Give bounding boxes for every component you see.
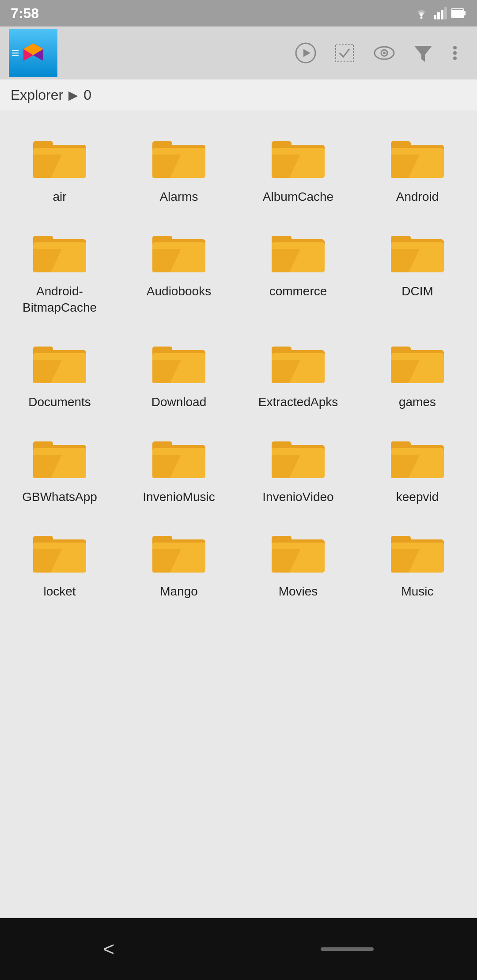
more-button[interactable] [450,42,459,64]
app-bar-actions [66,42,468,64]
folder-name: Alarms [159,189,198,205]
breadcrumb-chevron: ▶ [68,88,78,102]
folder-name: Download [151,394,207,410]
folder-name: DCIM [401,283,433,299]
folder-icon [269,433,327,481]
folder-icon [150,132,208,181]
folder-icon [269,132,327,181]
folder-name: air [53,189,66,205]
folder-item[interactable]: commerce [238,214,358,324]
breadcrumb: Explorer ▶ 0 [0,79,477,110]
view-button[interactable] [373,42,396,64]
folder-item[interactable]: Movies [238,514,358,608]
wifi-icon [413,7,429,19]
folder-icon [389,132,446,181]
folder-icon [269,227,327,275]
folder-item[interactable]: games [358,324,477,419]
app-logo[interactable]: ≡ [9,29,57,77]
folder-item[interactable]: Mango [119,514,238,608]
svg-point-0 [420,17,423,19]
play-button[interactable] [295,42,316,64]
folder-name: games [399,394,436,410]
folder-item[interactable]: Android-BitmapCache [0,214,119,324]
app-bar: ≡ [0,26,477,79]
folder-name: locket [43,584,76,599]
folder-item[interactable]: locket [0,514,119,608]
folder-icon [150,433,208,481]
breadcrumb-explorer[interactable]: Explorer [11,87,63,103]
folder-icon [150,227,208,275]
folder-name: Android-BitmapCache [4,283,115,316]
folder-item[interactable]: AlbumCache [238,119,358,214]
svg-marker-12 [303,49,310,57]
nav-bar: < [0,918,477,980]
status-bar: 7:58 [0,0,477,26]
folder-icon [31,433,88,481]
folder-icon [269,527,327,576]
status-time: 7:58 [11,5,39,22]
folder-name: InvenioMusic [143,489,215,505]
folder-item[interactable]: InvenioVideo [238,419,358,514]
folder-name: GBWhatsApp [22,489,97,505]
folder-icon [389,227,446,275]
folder-icon [31,227,88,275]
back-button[interactable]: < [103,938,115,960]
folder-name: Mango [160,584,198,599]
folder-name: ExtractedApks [258,394,338,410]
folder-item[interactable]: Documents [0,324,119,419]
svg-rect-3 [441,10,443,19]
folder-name: Movies [279,584,318,599]
folder-item[interactable]: Alarms [119,119,238,214]
folder-item[interactable]: Music [358,514,477,608]
svg-rect-1 [434,15,436,19]
folder-icon [389,527,446,576]
folder-item[interactable]: DCIM [358,214,477,324]
folder-name: Audiobooks [147,283,211,299]
breadcrumb-path: 0 [83,87,91,103]
svg-marker-17 [414,46,432,62]
folder-item[interactable]: InvenioMusic [119,419,238,514]
folder-name: AlbumCache [263,189,333,205]
folder-item[interactable]: keepvid [358,419,477,514]
folder-icon [389,338,446,386]
svg-rect-2 [437,12,440,19]
folder-item[interactable]: ExtractedApks [238,324,358,419]
select-button[interactable] [334,42,355,64]
folder-name: Music [401,584,433,599]
filter-button[interactable] [413,42,433,64]
svg-point-19 [453,51,457,55]
svg-point-20 [453,57,457,60]
folder-grid: air Alarms AlbumCache [0,110,477,617]
folder-icon [31,527,88,576]
status-icons [413,7,466,19]
folder-name: Documents [28,394,91,410]
folder-icon [389,433,446,481]
folder-icon [150,338,208,386]
folder-icon [269,338,327,386]
folder-item[interactable]: air [0,119,119,214]
folder-item[interactable]: GBWhatsApp [0,419,119,514]
folder-item[interactable]: Android [358,119,477,214]
cube-icon [17,37,50,70]
svg-point-16 [383,52,386,54]
folder-icon [31,132,88,181]
signal-icon [434,7,447,19]
svg-rect-13 [336,44,353,62]
battery-icon [451,7,466,19]
folder-icon [150,527,208,576]
folder-name: commerce [269,283,327,299]
folder-icon [31,338,88,386]
svg-rect-6 [464,11,466,15]
folder-name: Android [396,189,439,205]
folder-item[interactable]: Audiobooks [119,214,238,324]
nav-pill[interactable] [321,947,374,951]
svg-rect-7 [452,10,463,17]
folder-name: InvenioVideo [262,489,333,505]
svg-rect-4 [444,7,447,19]
folder-name: keepvid [396,489,439,505]
svg-point-18 [453,46,457,49]
folder-item[interactable]: Download [119,324,238,419]
menu-icon[interactable]: ≡ [11,45,19,60]
